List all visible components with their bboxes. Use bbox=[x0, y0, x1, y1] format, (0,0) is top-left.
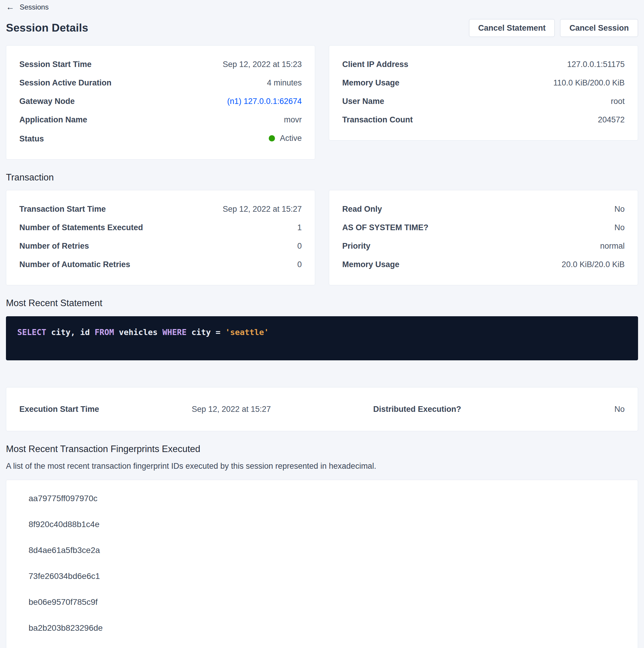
sql-token-pl: city = bbox=[187, 328, 225, 337]
txn-memory-row: Memory Usage 20.0 KiB/20.0 KiB bbox=[342, 255, 625, 274]
fingerprint-item: aa79775ff097970c bbox=[28, 493, 625, 504]
client-ip-label: Client IP Address bbox=[342, 59, 408, 69]
execution-card: Execution Start Time Sep 12, 2022 at 15:… bbox=[6, 387, 638, 431]
fingerprint-item: ba2b203b823296de bbox=[28, 623, 625, 633]
status-value: Active bbox=[269, 133, 302, 143]
distributed-execution-value: No bbox=[614, 404, 625, 414]
transaction-start-label: Transaction Start Time bbox=[19, 204, 106, 214]
fingerprint-list: aa79775ff097970c8f920c40d88b1c4e8d4ae61a… bbox=[28, 493, 625, 633]
priority-label: Priority bbox=[342, 241, 370, 251]
sql-token-pl: vehicles bbox=[114, 328, 163, 337]
status-text: Active bbox=[280, 133, 302, 143]
read-only-row: Read Only No bbox=[342, 200, 625, 218]
status-row: Status Active bbox=[19, 129, 302, 148]
sql-statement-code: SELECT city, id FROM vehicles WHERE city… bbox=[17, 327, 627, 338]
priority-value: normal bbox=[600, 241, 625, 251]
session-duration-label: Session Active Duration bbox=[19, 78, 112, 88]
session-memory-value: 110.0 KiB/200.0 KiB bbox=[553, 78, 625, 88]
statements-executed-value: 1 bbox=[297, 222, 302, 232]
status-active-dot-icon bbox=[269, 135, 275, 142]
fingerprint-item: be06e9570f785c9f bbox=[28, 597, 625, 607]
gateway-node-link[interactable]: (n1) 127.0.0.1:62674 bbox=[227, 96, 302, 106]
client-ip-value: 127.0.0.1:51175 bbox=[567, 59, 625, 69]
transaction-stats-card: Transaction Start Time Sep 12, 2022 at 1… bbox=[6, 190, 315, 285]
statement-section-heading: Most Recent Statement bbox=[6, 298, 638, 309]
session-duration-value: 4 minutes bbox=[267, 78, 302, 88]
read-only-value: No bbox=[614, 204, 625, 214]
aost-row: AS OF SYSTEM TIME? No bbox=[342, 218, 625, 237]
fingerprint-item: 8d4ae61a5fb3ce2a bbox=[28, 545, 625, 556]
transaction-section-heading: Transaction bbox=[6, 172, 638, 183]
session-memory-label: Memory Usage bbox=[342, 78, 399, 88]
status-label: Status bbox=[19, 134, 44, 144]
cancel-statement-button[interactable]: Cancel Statement bbox=[469, 19, 555, 37]
aost-label: AS OF SYSTEM TIME? bbox=[342, 222, 428, 232]
page-header: Session Details Cancel Statement Cancel … bbox=[6, 19, 638, 37]
transaction-start-value: Sep 12, 2022 at 15:27 bbox=[223, 204, 302, 214]
retries-row: Number of Retries 0 bbox=[19, 237, 302, 255]
auto-retries-label: Number of Automatic Retries bbox=[19, 259, 130, 270]
arrow-left-icon: ← bbox=[6, 3, 14, 11]
session-info-card: Session Start Time Sep 12, 2022 at 15:23… bbox=[6, 45, 315, 160]
execution-start-value: Sep 12, 2022 at 15:27 bbox=[192, 404, 271, 414]
execution-start-row: Execution Start Time Sep 12, 2022 at 15:… bbox=[19, 404, 271, 414]
sql-statement-box: SELECT city, id FROM vehicles WHERE city… bbox=[6, 316, 638, 360]
sql-token-kw: SELECT bbox=[17, 328, 46, 337]
transaction-count-value: 204572 bbox=[598, 115, 625, 125]
sql-token-str: 'seattle' bbox=[225, 328, 269, 337]
transaction-row: Transaction Start Time Sep 12, 2022 at 1… bbox=[6, 190, 638, 285]
client-info-card: Client IP Address 127.0.0.1:51175 Memory… bbox=[329, 45, 638, 141]
retries-value: 0 bbox=[297, 241, 302, 251]
cancel-session-button[interactable]: Cancel Session bbox=[560, 19, 638, 37]
breadcrumb-back-sessions[interactable]: ← Sessions bbox=[6, 3, 49, 11]
application-name-value: movr bbox=[284, 115, 302, 125]
gateway-node-label: Gateway Node bbox=[19, 96, 75, 106]
statements-executed-row: Number of Statements Executed 1 bbox=[19, 218, 302, 237]
gateway-node-row: Gateway Node (n1) 127.0.0.1:62674 bbox=[19, 92, 302, 110]
txn-memory-value: 20.0 KiB/20.0 KiB bbox=[562, 259, 625, 270]
client-ip-row: Client IP Address 127.0.0.1:51175 bbox=[342, 55, 625, 73]
session-memory-row: Memory Usage 110.0 KiB/200.0 KiB bbox=[342, 73, 625, 92]
user-name-row: User Name root bbox=[342, 92, 625, 110]
distributed-execution-row: Distributed Execution? No bbox=[373, 404, 625, 414]
sql-token-pl: city, id bbox=[46, 328, 95, 337]
session-duration-row: Session Active Duration 4 minutes bbox=[19, 73, 302, 92]
fingerprints-card: aa79775ff097970c8f920c40d88b1c4e8d4ae61a… bbox=[6, 480, 638, 648]
session-start-time-value: Sep 12, 2022 at 15:23 bbox=[223, 59, 302, 69]
fingerprints-section-heading: Most Recent Transaction Fingerprints Exe… bbox=[6, 444, 638, 454]
application-name-label: Application Name bbox=[19, 115, 87, 125]
read-only-label: Read Only bbox=[342, 204, 382, 214]
distributed-execution-label: Distributed Execution? bbox=[373, 404, 461, 414]
session-start-time-label: Session Start Time bbox=[19, 59, 92, 69]
transaction-count-label: Transaction Count bbox=[342, 115, 413, 125]
auto-retries-value: 0 bbox=[297, 259, 302, 270]
sql-token-kw: WHERE bbox=[163, 328, 187, 337]
header-actions: Cancel Statement Cancel Session bbox=[469, 19, 638, 37]
priority-row: Priority normal bbox=[342, 237, 625, 255]
txn-memory-label: Memory Usage bbox=[342, 259, 399, 270]
sql-token-kw: FROM bbox=[95, 328, 114, 337]
breadcrumb-label: Sessions bbox=[20, 3, 49, 11]
transaction-count-row: Transaction Count 204572 bbox=[342, 110, 625, 129]
page-title: Session Details bbox=[6, 22, 89, 34]
session-start-time-row: Session Start Time Sep 12, 2022 at 15:23 bbox=[19, 55, 302, 73]
execution-start-label: Execution Start Time bbox=[19, 404, 99, 414]
fingerprints-description: A list of the most recent transaction fi… bbox=[6, 462, 638, 471]
user-name-value: root bbox=[611, 96, 625, 106]
aost-value: No bbox=[614, 222, 625, 232]
session-summary-row: Session Start Time Sep 12, 2022 at 15:23… bbox=[6, 45, 638, 160]
retries-label: Number of Retries bbox=[19, 241, 89, 251]
user-name-label: User Name bbox=[342, 96, 384, 106]
fingerprint-item: 73fe26034bd6e6c1 bbox=[28, 571, 625, 582]
statements-executed-label: Number of Statements Executed bbox=[19, 222, 143, 232]
transaction-start-row: Transaction Start Time Sep 12, 2022 at 1… bbox=[19, 200, 302, 218]
transaction-props-card: Read Only No AS OF SYSTEM TIME? No Prior… bbox=[329, 190, 638, 285]
fingerprint-item: 8f920c40d88b1c4e bbox=[28, 519, 625, 530]
auto-retries-row: Number of Automatic Retries 0 bbox=[19, 255, 302, 274]
application-name-row: Application Name movr bbox=[19, 110, 302, 129]
